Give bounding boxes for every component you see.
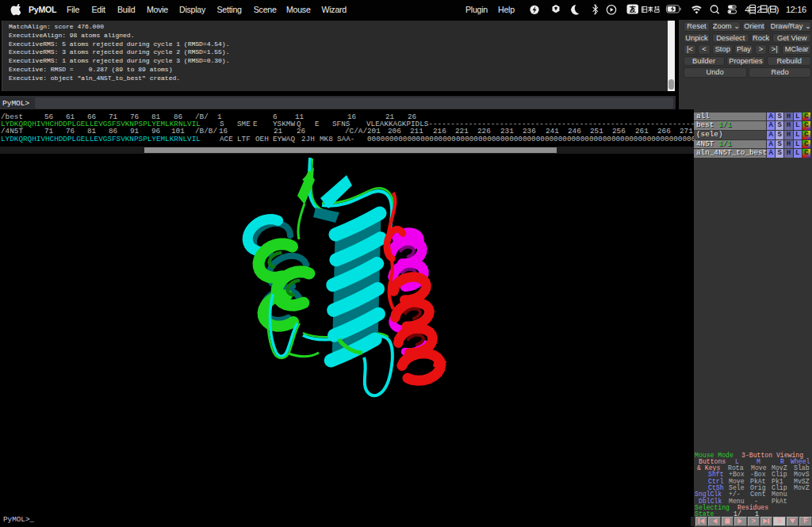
svg-text:): ) (776, 4, 779, 15)
svg-text:12:16: 12:16 (786, 5, 806, 14)
svg-text:4: 4 (745, 5, 749, 14)
svg-text:(: ( (768, 4, 771, 15)
